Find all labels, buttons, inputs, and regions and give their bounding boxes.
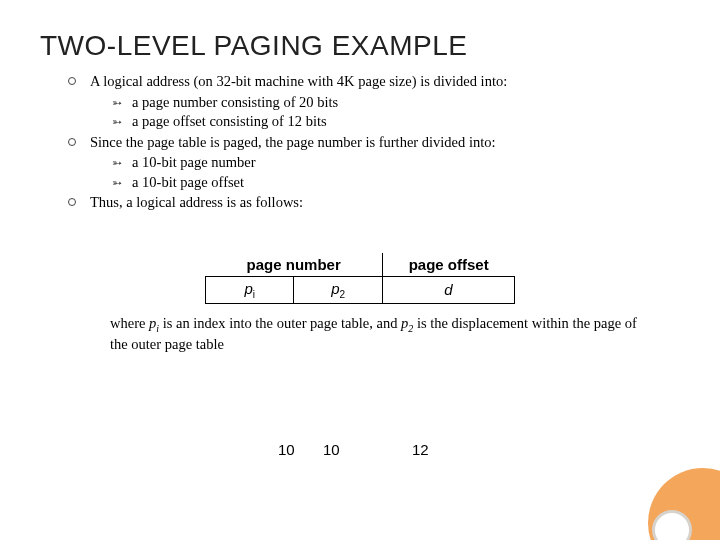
cell-p1-sym: p [244, 280, 252, 297]
bullet-2a-text: a 10-bit page number [132, 154, 256, 170]
bullet-2b: ➳a 10-bit page offset [112, 173, 680, 193]
caption-mid1: is an index into the outer page table, a… [159, 315, 401, 331]
bits-p2: 10 [323, 441, 340, 458]
bullet-2: Since the page table is paged, the page … [68, 133, 680, 193]
cell-p1: pi [206, 276, 294, 303]
bullet-1b-text: a page offset consisting of 12 bits [132, 113, 327, 129]
arrow-icon: ➳ [112, 155, 122, 171]
cell-p2-sym: p [331, 280, 339, 297]
cell-p2-sub: 2 [340, 289, 346, 300]
address-table: page number page offset pi p2 d [205, 253, 515, 304]
bullet-list: A logical address (on 32-bit machine wit… [68, 72, 680, 213]
cell-d: d [382, 276, 514, 303]
bullet-3-text: Thus, a logical address is as follows: [90, 194, 303, 210]
caption: where pi is an index into the outer page… [110, 314, 640, 354]
bullet-1a: ➳a page number consisting of 20 bits [112, 93, 680, 113]
bits-d: 12 [412, 441, 429, 458]
content-area: A logical address (on 32-bit machine wit… [68, 72, 680, 213]
hdr-page-number: page number [206, 253, 383, 277]
bullet-3: Thus, a logical address is as follows: [68, 193, 680, 213]
address-table-wrap: page number page offset pi p2 d [205, 253, 515, 304]
bits-p1: 10 [278, 441, 295, 458]
arrow-icon: ➳ [112, 175, 122, 191]
bullet-2a: ➳a 10-bit page number [112, 153, 680, 173]
bullet-1b: ➳a page offset consisting of 12 bits [112, 112, 680, 132]
cell-p2: p2 [294, 276, 382, 303]
bullet-1-text: A logical address (on 32-bit machine wit… [90, 73, 507, 89]
slide-title: TWO-LEVEL PAGING EXAMPLE [40, 30, 680, 62]
hdr-page-offset: page offset [382, 253, 514, 277]
cell-p1-sub: i [253, 289, 255, 300]
bullet-1: A logical address (on 32-bit machine wit… [68, 72, 680, 132]
arrow-icon: ➳ [112, 114, 122, 130]
bullet-2-text: Since the page table is paged, the page … [90, 134, 495, 150]
arrow-icon: ➳ [112, 95, 122, 111]
bullet-2b-text: a 10-bit page offset [132, 174, 244, 190]
slide: TWO-LEVEL PAGING EXAMPLE A logical addre… [0, 0, 720, 540]
caption-pre: where [110, 315, 149, 331]
bullet-1a-text: a page number consisting of 20 bits [132, 94, 338, 110]
